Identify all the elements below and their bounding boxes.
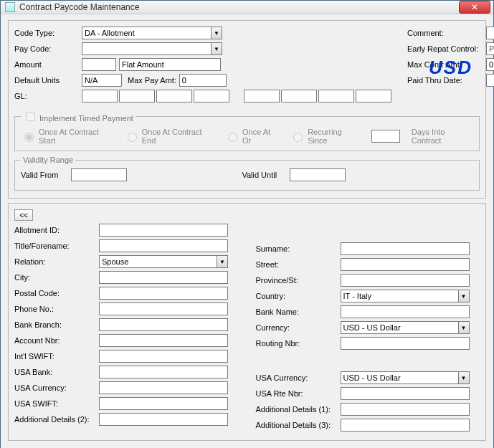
country-input[interactable] [341,290,458,302]
gl-seg-2[interactable] [119,90,155,103]
country-label: Country: [256,292,341,300]
usa-bank-label: USA Bank: [14,368,99,376]
routing-nbr-label: Routing Nbr: [256,339,341,348]
pay-code-input[interactable] [82,42,211,55]
titlebar: Contract Paycode Maintenance ✕ [1,1,493,14]
window-title: Contract Paycode Maintenance [19,2,459,12]
surname-input[interactable] [341,242,470,255]
intl-swift-label: Int'l SWIFT: [14,352,99,361]
chevron-down-icon[interactable]: ▼ [458,290,470,302]
code-type-combo[interactable]: ▼ [82,27,222,39]
country-combo[interactable]: ▼ [341,290,470,302]
allotment-id-label: Allotment ID: [14,226,99,234]
pay-code-label: Pay Code: [14,44,82,53]
routing-nbr-input[interactable] [341,337,470,350]
surname-label: Surname: [256,244,341,253]
chevron-down-icon[interactable]: ▼ [211,27,222,39]
validity-legend: Validity Range [21,156,75,164]
valid-from-input[interactable] [71,168,127,181]
chevron-down-icon[interactable]: ▼ [458,321,470,334]
addl1-label: Additional Details (1): [256,405,341,414]
collapse-button[interactable]: << [14,209,33,221]
allotment-panel: << Allotment ID: Title/Forename: Relatio… [8,203,486,441]
comment-label: Comment: [407,29,486,37]
early-repat-label: Early Repat Control: [407,44,486,53]
timed-payment-group: Implement Timed Payment Once At Contract… [14,110,480,151]
gl-seg-5[interactable] [244,90,280,103]
pay-code-combo[interactable]: ▼ [82,42,222,55]
valid-until-input[interactable] [290,168,346,181]
bank-name-input[interactable] [341,305,470,318]
addl3-label: Additional Details (3): [256,421,341,429]
usa-currency-input[interactable] [341,371,458,384]
code-type-input[interactable] [82,27,211,39]
street-input[interactable] [341,258,470,271]
gl-seg-6[interactable] [281,90,317,103]
province-label: Province/St: [256,276,341,285]
paid-thru-input[interactable] [486,74,494,87]
timed-checkbox [26,112,35,121]
chevron-down-icon[interactable]: ▼ [217,255,228,268]
allotment-id-input[interactable] [99,224,228,237]
amount-label: Amount [14,60,82,69]
province-input[interactable] [341,274,470,287]
relation-label: Relation: [14,257,99,266]
account-nbr-input[interactable] [99,334,228,347]
chevron-down-icon[interactable]: ▼ [458,371,470,384]
gl-seg-4[interactable] [194,90,229,103]
usa-currency-left-input[interactable] [99,381,228,394]
addl1-input[interactable] [341,403,470,416]
timed-legend: Implement Timed Payment [21,110,136,123]
relation-input[interactable] [99,255,217,268]
currency-input[interactable] [341,321,458,334]
comment-input[interactable] [486,27,494,39]
usa-swift-input[interactable] [99,397,228,410]
city-label: City: [14,273,99,282]
timed-tail-label: Days Into Contract [412,128,473,145]
valid-from-label: Valid From [21,171,58,179]
radio-end [128,133,137,142]
timed-days-input [371,130,400,143]
usa-currency-left-label: USA Currency: [14,383,99,392]
app-icon [5,2,15,12]
max-contr-amt-input[interactable] [486,58,494,71]
bank-branch-label: Bank Branch: [14,320,99,329]
gl-seg-8[interactable] [356,90,391,103]
postal-code-input[interactable] [99,287,228,300]
bank-name-label: Bank Name: [256,308,341,316]
usa-swift-label: USA SWIFT: [14,399,99,408]
postal-code-label: Postal Code: [14,289,99,297]
street-label: Street: [256,260,341,269]
radio-recur [293,133,303,142]
currency-label: Currency: [256,323,341,332]
currency-combo[interactable]: ▼ [341,321,470,334]
radio-at [228,133,237,142]
max-pay-amt-input[interactable] [179,74,227,87]
intl-swift-input[interactable] [99,350,228,363]
relation-combo[interactable]: ▼ [99,255,228,268]
gl-seg-1[interactable] [82,90,118,103]
top-panel: USD Code Type: ▼ Pay Code: ▼ [8,20,486,199]
amount-flat[interactable] [119,58,221,71]
addl2-input[interactable] [99,413,228,426]
close-button[interactable]: ✕ [459,1,490,14]
chevron-down-icon[interactable]: ▼ [211,42,222,55]
code-type-label: Code Type: [14,29,82,37]
gl-seg-3[interactable] [156,90,192,103]
usa-rte-nbr-input[interactable] [341,387,470,400]
phone-no-input[interactable] [99,302,228,315]
validity-group: Validity Range Valid From Valid Until [14,156,480,191]
amount-input[interactable] [82,58,116,71]
button-bar: Insert Cancel [8,445,486,448]
city-input[interactable] [99,271,228,284]
usa-currency-combo[interactable]: ▼ [341,371,470,384]
bank-branch-input[interactable] [99,318,228,331]
default-units-input[interactable] [82,74,122,87]
addl3-input[interactable] [341,419,470,432]
gl-label: GL: [14,92,82,100]
usa-bank-input[interactable] [99,366,228,378]
gl-seg-7[interactable] [318,90,354,103]
title-forename-input[interactable] [99,239,228,252]
currency-big-label: USD [429,57,472,79]
early-repat-combo[interactable]: ▼ [486,42,494,55]
